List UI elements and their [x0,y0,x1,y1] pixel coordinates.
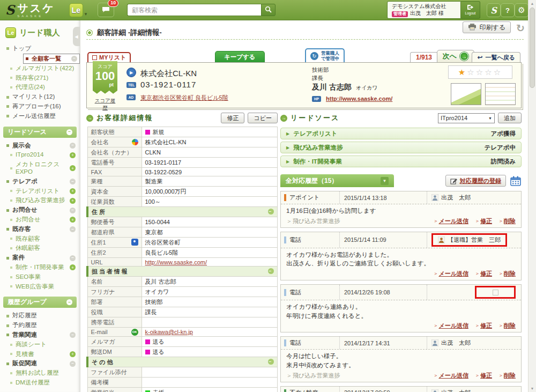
sidebar-item-projects[interactable]: 案件− [0,253,80,263]
edit-entry-link[interactable]: 修正 [480,322,492,330]
sidebar-section-leadsource[interactable]: リードソース− [3,127,77,138]
leadsource-bar-dropin-sales[interactable]: ▶ 飛び込み営業進捗 テレアポ中 [280,142,522,153]
collapse-minus-icon[interactable]: − [70,208,76,213]
star-empty-icon[interactable]: ☆ [467,68,475,77]
sidebar-item-promo-related[interactable]: 販促関連− [0,359,80,368]
collapse-minus-icon[interactable]: − [66,129,72,135]
leadsource-bar-teleapo-list[interactable]: ▶ テレアポリスト アポ獲得 [280,128,522,139]
collapse-minus-icon[interactable]: − [268,268,274,274]
expand-plus-icon[interactable]: ＋ [70,217,76,223]
expand-plus-icon[interactable]: ＋ [70,198,76,204]
sidebar-item-mechatronics-expo[interactable]: メカトロニクスEXPO＋ [0,160,80,177]
collapse-minus-icon[interactable]: − [70,179,76,184]
search-button[interactable] [261,4,276,16]
play-icon[interactable]: ▶ [126,68,136,77]
expand-plus-icon[interactable]: ＋ [70,264,76,270]
sidebar-item-existing-customers[interactable]: 既存顧客 [0,234,80,244]
sidebar-item-itpro2014[interactable]: ITpro2014＋ [0,150,80,160]
help-button[interactable]: ? [501,3,515,17]
star-filled-icon[interactable]: ★ [458,68,467,77]
sidebar-collapse-button[interactable]: ◀ [73,27,80,46]
scrollbar-thumb[interactable] [530,8,535,88]
collapse-minus-icon[interactable]: − [70,143,76,149]
delete-entry-link[interactable]: 削除 [504,270,516,278]
sidebar-item-inquiry[interactable]: お問合せ＋ [0,215,80,225]
add-leadsource-button[interactable]: 追加 [498,113,522,123]
edit-entry-link[interactable]: 修正 [480,217,492,225]
collapse-minus-icon[interactable]: − [70,361,76,367]
send-mail-link[interactable]: メール送信 [438,270,468,278]
collapse-minus-icon[interactable]: − [71,56,77,62]
sidebar-item-inquiry-group[interactable]: お問合せ− [0,205,80,215]
sidebar-item-dropin-sales[interactable]: 飛び込み営業進捗＋ [0,196,80,205]
tab-mylist[interactable]: MYリスト [87,52,131,62]
saaske-home-button[interactable]: S [487,3,501,17]
sidebar-item-reapproach[interactable]: 再アプローチ(16) [0,102,80,112]
leadsource-bar-it-dev[interactable]: ▶ 制作・IT開発事業 訪問済み [280,156,522,167]
sidebar-item-teleapo-list[interactable]: テレアポリスト＋ [0,187,80,196]
customer-search-input[interactable] [127,4,261,16]
address-link[interactable]: 東京都渋谷区鶯谷町 良長ビル5階 [140,94,228,102]
star-empty-icon[interactable]: ☆ [485,68,493,77]
refresh-icon[interactable]: ↻ [516,22,525,34]
send-mail-link[interactable]: メール送信 [438,372,468,380]
expand-plus-icon[interactable]: ＋ [70,188,76,194]
url-link[interactable]: http://www.saaske.com/ [145,259,207,265]
sidebar-item-mail-history[interactable]: メール送信履歴 [0,112,80,121]
settings-gear-button[interactable]: ⚙ [515,3,528,17]
sidebar-section-history-group[interactable]: 履歴グループ− [3,297,77,308]
back-to-list-button[interactable]: ↩ 一覧へ戻る [472,52,520,62]
website-link[interactable]: http://www.saaske.com/ [326,95,392,102]
sidebar-item-exhibition[interactable]: 展示会− [0,141,80,151]
next-record-button[interactable]: 次へ → [437,50,474,62]
sidebar-item-existing-group[interactable]: 既存客− [0,225,80,234]
sidebar-item-dormant-customers[interactable]: 休眠顧客 [0,243,80,253]
delete-entry-link[interactable]: 削除 [504,372,516,380]
collapse-minus-icon[interactable]: − [70,255,76,261]
print-button[interactable]: 印刷する [463,21,511,33]
calendar-button[interactable] [510,175,522,187]
register-history-button[interactable]: 対応履歴の登録 [445,175,506,187]
email-link[interactable]: k-oikawa@cl-kn.jp [145,329,193,335]
expand-plus-icon[interactable]: ＋ [70,152,76,158]
expand-plus-icon[interactable]: ＋ [70,165,76,171]
expand-plus-icon[interactable]: ＋ [70,351,76,357]
collapse-minus-icon[interactable]: − [70,226,76,232]
mylist-checkbox[interactable] [92,55,97,60]
scroll-down-arrow-icon[interactable]: ▼ [528,387,536,390]
sidebar-item-existing[interactable]: 既存客(271) [0,73,80,83]
sidebar-item-top[interactable]: トップ [0,44,80,54]
sidebar-item-teleapo[interactable]: テレアポ− [0,177,80,187]
tab-keep[interactable]: キープする [215,51,265,62]
business-card-thumbnail-2[interactable] [485,83,516,105]
sidebar-item-sales-related[interactable]: 営業関連− [0,330,80,340]
logout-button[interactable]: Logout [461,1,480,18]
saaske-logo[interactable]: S サスケ SAASKE [5,3,55,18]
scroll-up-arrow-icon[interactable]: ▲ [528,2,536,5]
leadsource-select[interactable]: ITpro2014 ▼ [438,113,495,123]
history-filter-tab[interactable]: 全対応履歴（15） ▼ [280,174,394,187]
chevron-down-icon[interactable]: ▾ [85,11,87,17]
empty-checkbox[interactable] [493,290,498,295]
tab-managed-by-sales[interactable]: ↻ 営業職人で管理中 [305,48,345,62]
collapse-minus-icon[interactable]: − [70,332,76,338]
sidebar-item-web-ads[interactable]: WEB広告事業 [0,282,80,292]
google-search-icon[interactable] [132,139,138,145]
collapse-minus-icon[interactable]: − [268,209,274,215]
edit-button[interactable]: 修正 [221,113,244,123]
sidebar-item-mylist[interactable]: マイリスト(12) [0,92,80,102]
sidebar-item-quotation[interactable]: 見積書＋ [0,350,80,359]
edit-entry-link[interactable]: 修正 [480,270,492,278]
sidebar-item-free-trial-history[interactable]: 無料お試し履歴 [0,368,80,378]
copy-button[interactable]: コピー [248,113,278,123]
sidebar-item-meeting-sheet[interactable]: 商談シート [0,340,80,350]
sidebar-item-it-dev[interactable]: 制作・IT開発事業＋ [0,263,80,272]
sidebar-item-agency[interactable]: 代理店(24) [0,83,80,92]
star-empty-icon[interactable]: ☆ [494,68,502,77]
sidebar-item-mailmag-list[interactable]: メルマガリスト(422) [0,64,80,73]
page-scrollbar[interactable]: ▲ ▼ [528,0,536,392]
rating-stars[interactable]: ★☆☆☆☆ [448,65,512,79]
delete-entry-link[interactable]: 削除 [504,322,516,330]
sidebar-item-dm-history[interactable]: DM送付履歴 [0,378,80,388]
le-product-badge[interactable]: Le [69,3,83,17]
